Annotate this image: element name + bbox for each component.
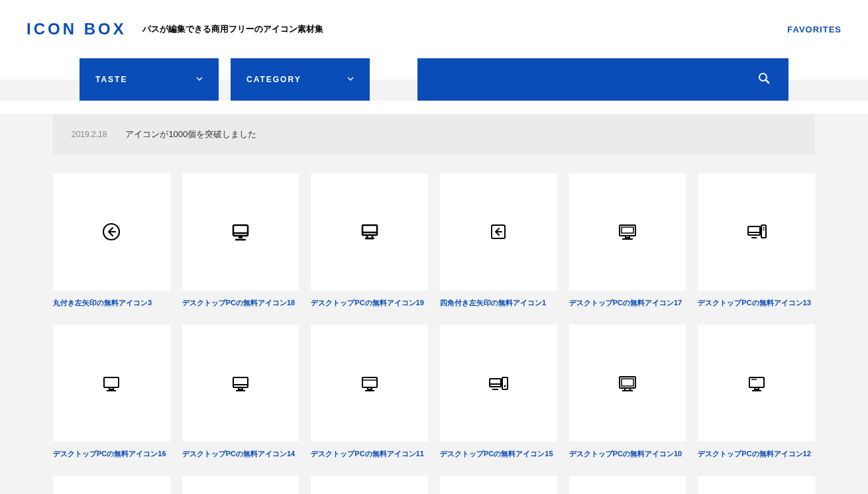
icon-card[interactable] <box>182 173 299 291</box>
icon-card-wrap: デスクトップPCの無料アイコン16 <box>53 324 170 460</box>
arrow-square-left-icon <box>486 220 510 244</box>
search-box[interactable] <box>417 58 788 101</box>
desktop-14-icon <box>229 371 252 395</box>
chevron-down-icon <box>196 75 203 84</box>
icon-card-wrap: デスクトップPCの無料アイコン17 <box>569 173 686 309</box>
site-logo[interactable]: ICON BOX <box>27 20 127 38</box>
desktop-12-icon <box>745 371 769 395</box>
icon-card[interactable] <box>698 324 815 442</box>
search-icon[interactable] <box>758 72 770 87</box>
desktop-16-icon <box>99 371 123 395</box>
icon-card-wrap: デスクトップPCの無料アイコン14 <box>182 324 299 460</box>
icon-card-wrap: デスクトップPCの無料アイコン13 <box>698 173 815 309</box>
desktop-18-icon <box>229 220 252 244</box>
desktop-19-icon <box>358 220 382 244</box>
notice-bar[interactable]: 2019.2.18 アイコンが1000個を突破しました <box>53 114 815 155</box>
icon-card[interactable] <box>311 173 428 291</box>
icon-card[interactable] <box>311 324 428 442</box>
arrow-circle-left-icon <box>99 220 123 244</box>
icon-card[interactable] <box>440 173 557 291</box>
icon-card[interactable] <box>182 324 299 442</box>
favorites-link[interactable]: FAVORITES <box>787 25 841 34</box>
icon-card-wrap: デスクトップPCの無料アイコン11 <box>311 324 428 460</box>
desktop-tower-15-icon <box>486 371 510 395</box>
icon-card-wrap: 丸付き左矢印の無料アイコン3 <box>53 173 170 309</box>
icon-card-wrap: デスクトップPCの無料アイコン12 <box>698 324 815 460</box>
icon-card[interactable] <box>698 173 815 291</box>
icon-card-wrap: デスクトップPCの無料アイコン10 <box>569 324 686 460</box>
taste-label: TASTE <box>95 75 127 84</box>
icon-card[interactable] <box>440 324 557 442</box>
icon-title[interactable]: 四角付き左矢印の無料アイコン1 <box>440 297 557 309</box>
icon-title[interactable]: デスクトップPCの無料アイコン15 <box>440 448 557 460</box>
icon-title[interactable]: デスクトップPCの無料アイコン18 <box>182 297 299 309</box>
icon-title[interactable]: デスクトップPCの無料アイコン12 <box>698 448 815 460</box>
icon-card-wrap: デスクトップPCの無料アイコン15 <box>440 324 557 460</box>
taste-dropdown[interactable]: TASTE <box>80 58 219 101</box>
notice-date: 2019.2.18 <box>72 130 107 139</box>
header: ICON BOX パスが編集できる商用フリーのアイコン素材集 FAVORITES <box>0 0 868 58</box>
notice-text: アイコンが1000個を突破しました <box>125 128 256 140</box>
header-left: ICON BOX パスが編集できる商用フリーのアイコン素材集 <box>27 20 323 38</box>
icon-card[interactable] <box>53 173 170 291</box>
category-dropdown[interactable]: CATEGORY <box>231 58 370 101</box>
icon-card-wrap: 四角付き左矢印の無料アイコン1 <box>440 173 557 309</box>
icon-card-wrap: デスクトップPCの無料アイコン19 <box>311 173 428 309</box>
icon-card[interactable] <box>182 476 299 494</box>
icon-card[interactable] <box>440 476 557 494</box>
icon-title[interactable]: デスクトップPCの無料アイコン19 <box>311 297 428 309</box>
search-input[interactable] <box>436 74 758 85</box>
icon-card-wrap: デスクトップPCの無料アイコン18 <box>182 173 299 309</box>
icon-card[interactable] <box>53 324 170 442</box>
desktop-17-icon <box>616 220 639 244</box>
icon-title[interactable]: デスクトップPCの無料アイコン11 <box>311 448 428 460</box>
icon-card[interactable] <box>569 173 686 291</box>
icon-title[interactable]: デスクトップPCの無料アイコン10 <box>569 448 686 460</box>
desktop-11-icon <box>358 371 382 395</box>
icon-card[interactable] <box>311 476 428 494</box>
desktop-10-icon <box>616 371 639 395</box>
site-tagline: パスが編集できる商用フリーのアイコン素材集 <box>142 23 323 35</box>
icon-title[interactable]: デスクトップPCの無料アイコン16 <box>53 448 170 460</box>
category-label: CATEGORY <box>246 75 301 84</box>
desktop-tower-13-icon <box>745 220 769 244</box>
icon-card[interactable] <box>53 476 170 494</box>
icon-title[interactable]: 丸付き左矢印の無料アイコン3 <box>53 297 170 309</box>
svg-line-1 <box>766 80 769 83</box>
icon-title[interactable]: デスクトップPCの無料アイコン14 <box>182 448 299 460</box>
chevron-down-icon <box>347 75 354 84</box>
icon-title[interactable]: デスクトップPCの無料アイコン17 <box>569 297 686 309</box>
icon-card[interactable] <box>569 324 686 442</box>
icon-card[interactable] <box>569 476 686 494</box>
icon-title[interactable]: デスクトップPCの無料アイコン13 <box>698 297 815 309</box>
icon-card[interactable] <box>698 476 815 494</box>
